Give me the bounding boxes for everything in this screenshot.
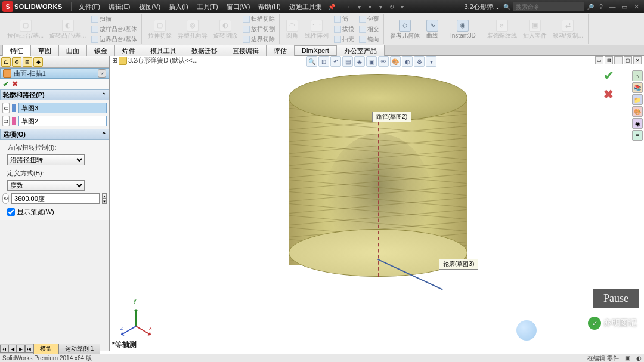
hole-wizard-button[interactable]: ◎异型孔向导 (175, 18, 210, 40)
status-icon-2[interactable]: ◐ (636, 355, 642, 361)
new-icon[interactable]: ▫ (344, 2, 354, 11)
close-button[interactable]: ✕ (631, 2, 642, 11)
path-callout[interactable]: 路径(草图2) (372, 112, 411, 122)
revolve-boss-button[interactable]: ◐旋转凸台/基... (47, 18, 88, 40)
zoom-fit-icon[interactable]: 🔍 (306, 56, 317, 67)
curve-button[interactable]: ∿曲线 (423, 18, 441, 40)
mirror-button[interactable]: 镜向 (357, 35, 381, 44)
file-explorer-tab-icon[interactable]: 📁 (632, 94, 643, 105)
extrude-cut-button[interactable]: ▢拉伸切除 (145, 18, 174, 40)
tab-weldment[interactable]: 焊件 (114, 45, 143, 57)
doc-restore-icon[interactable]: ▭ (595, 56, 603, 64)
apply-scene-icon[interactable]: ◐ (402, 56, 413, 67)
property-manager-tab-icon[interactable]: ⚙ (12, 57, 21, 67)
cancel-button[interactable]: ✖ (12, 80, 18, 88)
expand-icon[interactable]: ⊞ (112, 57, 117, 64)
insert-part-button[interactable]: ▣插入零件 (521, 18, 549, 40)
menu-view[interactable]: 视图(V) (135, 1, 165, 13)
menu-edit[interactable]: 编辑(E) (105, 1, 134, 13)
float-ok-button[interactable]: ✔ (603, 68, 614, 83)
collapse-icon[interactable]: ⌃ (101, 92, 106, 98)
loft-cut-button[interactable]: 放样切割 (241, 24, 277, 34)
menu-maidi[interactable]: 迈迪工具集 (286, 1, 326, 13)
help-icon[interactable]: ? (596, 2, 606, 11)
menu-insert[interactable]: 插入(I) (165, 1, 191, 13)
tab-moldtools[interactable]: 模具工具 (143, 45, 184, 57)
menu-window[interactable]: 窗口(W) (223, 1, 254, 13)
linear-pattern-button[interactable]: ⋮⋮线性阵列 (302, 18, 331, 40)
profile-path-section-header[interactable]: 轮廓和路径(P) ⌃ (0, 89, 109, 100)
options-section-header[interactable]: 选项(O) ⌃ (0, 129, 109, 140)
previous-view-icon[interactable]: ↶ (330, 56, 341, 67)
minimize-button[interactable]: — (607, 2, 618, 11)
orientation-triad[interactable]: y x z (120, 302, 150, 332)
view-palette-tab-icon[interactable]: 🎨 (632, 106, 643, 117)
search-go-icon[interactable]: 🔎 (586, 2, 595, 11)
graphics-viewport[interactable]: ⊞ 3.2心形弹簧D (默认<<... 🔍 ⊡ ↶ ▤ ◈ ▣ 👁 🎨 ◐ ⚙ … (110, 56, 644, 351)
tab-datamigration[interactable]: 数据迁移 (184, 45, 225, 57)
search-icon[interactable]: 🔍 (502, 2, 512, 11)
search-input[interactable] (513, 2, 584, 11)
intersect-button[interactable]: 相交 (357, 24, 381, 34)
resources-tab-icon[interactable]: ⌂ (632, 70, 643, 81)
profile-field[interactable] (18, 103, 107, 113)
sweep-cut-button[interactable]: 扫描切除 (241, 14, 277, 24)
boundary-cut-button[interactable]: 边界切除 (241, 35, 277, 44)
zoom-area-icon[interactable]: ⊡ (318, 56, 329, 67)
collapse-icon[interactable]: ⌃ (101, 131, 106, 138)
custom-props-tab-icon[interactable]: ≡ (632, 130, 643, 141)
twist-control-select[interactable]: 沿路径扭转 (7, 154, 85, 165)
angle-increment-button[interactable]: ▲ (102, 193, 107, 199)
tab-nav-next[interactable]: ▶ (17, 345, 25, 353)
tab-evaluate[interactable]: 评估 (266, 45, 295, 57)
wrap-button[interactable]: 包覆 (357, 14, 381, 24)
reference-geometry-button[interactable]: ◇参考几何体 (388, 18, 422, 40)
ok-button[interactable]: ✔ (2, 79, 10, 89)
menu-tools[interactable]: 工具(T) (193, 1, 222, 13)
view-orientation-icon[interactable]: ◈ (354, 56, 365, 67)
float-cancel-button[interactable]: ✖ (603, 87, 614, 101)
status-icon-1[interactable]: ▣ (625, 355, 630, 361)
appearances-tab-icon[interactable]: ◉ (632, 118, 643, 129)
flyout-tree[interactable]: ⊞ 3.2心形弹簧D (默认<<... (112, 56, 198, 65)
open-icon[interactable]: ▾ (355, 2, 364, 11)
definition-select[interactable]: 度数 (7, 180, 85, 191)
model-tab[interactable]: 模型 (33, 344, 58, 354)
show-preview-checkbox[interactable] (7, 208, 15, 216)
edit-appearance-icon[interactable]: 🎨 (390, 56, 401, 67)
tab-nav-first[interactable]: ⏮ (0, 345, 8, 353)
pin-icon[interactable]: 📌 (327, 2, 336, 11)
cosmetic-thread-button[interactable]: ⌀装饰螺纹线 (485, 18, 519, 40)
doc-maximize-icon[interactable]: ▢ (624, 56, 632, 64)
doc-close-icon[interactable]: ✕ (633, 56, 642, 64)
menu-help[interactable]: 帮助(H) (255, 1, 284, 13)
rib-button[interactable]: 筋 (332, 14, 356, 24)
instant3d-button[interactable]: ◉Instant3D (448, 18, 478, 40)
revolve-cut-button[interactable]: ◐旋转切除 (211, 18, 240, 40)
extrude-boss-button[interactable]: ▢拉伸凸台/基... (5, 18, 46, 40)
print-icon[interactable]: ▾ (376, 2, 386, 11)
shell-button[interactable]: 抽壳 (332, 35, 356, 44)
sweep-button[interactable]: 扫描 (89, 14, 139, 24)
refresh-icon[interactable]: ↻ (387, 2, 397, 11)
move-copy-button[interactable]: ⇄移动/复制... (550, 18, 586, 40)
doc-arrange-icon[interactable]: ⊞ (605, 56, 613, 64)
restore-button[interactable]: ▭ (619, 2, 630, 11)
path-field[interactable] (18, 116, 107, 126)
display-style-icon[interactable]: ▣ (366, 56, 377, 67)
tab-sheetmetal[interactable]: 钣金 (86, 45, 115, 57)
loft-button[interactable]: 放样凸台/基体 (89, 24, 139, 34)
tab-dimxpert[interactable]: DimXpert (294, 45, 337, 55)
command-help-button[interactable]: ? (98, 69, 106, 78)
save-icon[interactable]: ▾ (366, 2, 375, 11)
boundary-button[interactable]: 边界凸台/基体 (89, 35, 139, 44)
profile-callout[interactable]: 轮廓(草图3) (439, 259, 478, 270)
feature-tree-tab-icon[interactable]: 🗂 (1, 57, 11, 67)
tab-directedit[interactable]: 直接编辑 (225, 45, 267, 57)
tab-sketch[interactable]: 草图 (30, 45, 59, 57)
view-settings-icon[interactable]: ⚙ (414, 56, 425, 67)
tab-office[interactable]: 办公室产品 (336, 45, 385, 57)
section-view-icon[interactable]: ▤ (342, 56, 353, 67)
angle-input[interactable] (11, 193, 100, 204)
path-selector-icon[interactable]: ⊃ (2, 116, 10, 126)
